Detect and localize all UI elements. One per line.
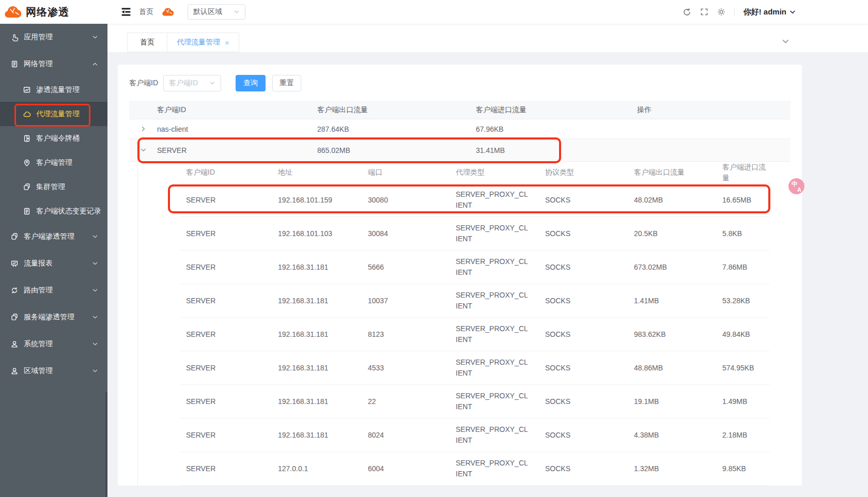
reset-button[interactable]: 重置 — [272, 75, 301, 91]
chevron-down-icon — [92, 341, 98, 347]
sidebar-item-label: 区域管理 — [24, 366, 92, 376]
refresh-icon[interactable] — [683, 8, 691, 17]
sidebar-subitem-label: 客户端令牌桶 — [36, 134, 80, 143]
translate-button[interactable]: 中 A — [788, 178, 804, 194]
cell-in: 16.65MB — [716, 195, 770, 206]
cell-protocol: SOCKS — [539, 262, 628, 273]
cell-protocol: SOCKS — [539, 463, 628, 474]
sidebar-scrollbar-thumb[interactable] — [105, 392, 107, 497]
cell-out-traffic: 865.02MB — [313, 146, 472, 154]
nested-table-row: SERVER192.168.31.1818024SERVER_PROXY_CLI… — [180, 418, 770, 452]
cell-proxy-type: SERVER_PROXY_CLIENT — [450, 458, 539, 479]
menu-fold-icon[interactable] — [121, 7, 131, 17]
chevron-down-icon — [92, 368, 98, 374]
sidebar-subitem[interactable]: 渗透流量管理 — [0, 77, 107, 102]
cell-in: 2.18MB — [716, 430, 770, 441]
cell-client-id: SERVER — [180, 396, 272, 407]
sidebar-item-label: 路由管理 — [24, 286, 92, 295]
theme-icon[interactable] — [717, 8, 725, 16]
column-header: 客户端ID — [180, 167, 272, 178]
user-icon — [10, 340, 19, 348]
table-row-nas-client: nas-client 287.64KB 67.96KB — [129, 119, 791, 139]
chevron-down-icon — [209, 80, 215, 86]
sidebar-subitem[interactable]: 客户端管理 — [0, 150, 107, 175]
fullscreen-icon[interactable] — [700, 8, 708, 16]
cell-address: 192.168.31.181 — [272, 396, 362, 407]
cell-address: 192.168.31.181 — [272, 262, 362, 273]
cell-out: 983.62KB — [628, 329, 716, 340]
cell-client-id: SERVER — [180, 430, 272, 441]
sidebar-item-label: 应用管理 — [24, 33, 92, 42]
cell-port: 6004 — [362, 463, 450, 474]
cluster-icon — [23, 183, 31, 191]
sidebar-subitem-label: 渗透流量管理 — [36, 85, 80, 95]
tab-label: 代理流量管理 — [177, 38, 220, 47]
nested-table-row: SERVER127.0.0.16004SERVER_PROXY_CLIENTSO… — [180, 452, 770, 486]
chevron-down-icon — [234, 9, 240, 15]
tab-proxy-traffic[interactable]: 代理流量管理 × — [167, 33, 239, 52]
cell-in: 9.85KB — [716, 463, 770, 474]
chevron-down-icon — [92, 260, 98, 267]
cell-in: 53.28KB — [716, 296, 770, 306]
sidebar-subitem[interactable]: 客户端令牌桶 — [0, 126, 107, 150]
sidebar-subitem[interactable]: 代理流量管理 — [0, 102, 107, 126]
sidebar-item[interactable]: 服务端渗透管理 — [0, 304, 107, 331]
nested-table-row: SERVER192.168.101.10330084SERVER_PROXY_C… — [180, 217, 770, 251]
sidebar-subitem[interactable]: 集群管理 — [0, 175, 107, 199]
client-id-select[interactable]: 客户端ID — [163, 75, 221, 91]
tab-home[interactable]: 首页 — [127, 33, 167, 52]
sidebar-item[interactable]: 流量报表 — [0, 250, 107, 277]
sidebar: 网络渗透 应用管理网络管理渗透流量管理代理流量管理客户端令牌桶客户端管理集群管理… — [0, 0, 107, 497]
query-button[interactable]: 查询 — [236, 75, 266, 91]
sidebar-item[interactable]: 客户端渗透管理 — [0, 223, 107, 250]
cell-proxy-type: SERVER_PROXY_CLIENT — [450, 357, 539, 379]
client-traffic-table: 客户端ID 客户端出口流量 客户端进口流量 操作 nas-client 287.… — [129, 101, 791, 162]
cell-address: 192.168.101.103 — [272, 228, 362, 239]
expand-chevron-right-icon[interactable] — [129, 126, 153, 132]
cell-client-id: SERVER — [180, 195, 272, 206]
sidebar-subitem-label: 集群管理 — [36, 182, 65, 192]
route-icon — [10, 286, 19, 294]
cell-in-traffic: 67.96KB — [472, 125, 633, 133]
breadcrumb-home[interactable]: 首页 — [139, 7, 153, 17]
cell-out: 1.41MB — [628, 296, 716, 306]
cluster-icon — [10, 313, 19, 321]
cell-in: 5.8KB — [716, 228, 770, 239]
server-detail-table: 客户端ID 地址 端口 代理类型 协议类型 客户端出口流量 客户端进口流量 SE… — [180, 162, 770, 486]
cell-protocol: SOCKS — [539, 228, 628, 239]
cell-out: 48.86MB — [628, 363, 716, 374]
sidebar-subitem[interactable]: 客户端状态变更记录 — [0, 199, 107, 223]
nested-table-row: SERVER192.168.31.1814533SERVER_PROXY_CLI… — [180, 351, 770, 385]
cell-port: 5666 — [362, 262, 450, 273]
cell-address: 192.168.31.181 — [272, 430, 362, 441]
tab-label: 首页 — [140, 38, 154, 47]
token-bucket-icon — [23, 134, 31, 143]
collapse-chevron-down-icon[interactable] — [129, 147, 153, 153]
tabs: 首页 代理流量管理 × — [127, 33, 239, 52]
user-icon — [10, 367, 19, 375]
cell-port: 8024 — [362, 430, 450, 441]
close-icon[interactable]: × — [225, 39, 229, 46]
sidebar-item[interactable]: 网络管理 — [0, 51, 107, 77]
region-select[interactable]: 默认区域 — [188, 4, 245, 20]
document-icon — [10, 60, 19, 68]
cell-client-id: SERVER — [180, 329, 272, 340]
cell-port: 10037 — [362, 296, 450, 306]
column-header: 客户端进口流量 — [472, 105, 633, 115]
sidebar-item[interactable]: 应用管理 — [0, 24, 107, 51]
cell-in: 49.84KB — [716, 329, 770, 340]
nested-table-row: SERVER192.168.101.15930080SERVER_PROXY_C… — [180, 183, 770, 217]
sidebar-item[interactable]: 系统管理 — [0, 331, 107, 358]
cell-proxy-type: SERVER_PROXY_CLIENT — [450, 290, 539, 312]
cell-in-traffic: 31.41MB — [472, 146, 633, 154]
user-dropdown[interactable]: 你好! admin — [743, 7, 796, 17]
tab-list-chevron-icon[interactable] — [782, 38, 789, 45]
cell-proxy-type: SERVER_PROXY_CLIENT — [450, 189, 539, 211]
sidebar-item[interactable]: 路由管理 — [0, 277, 107, 304]
sidebar-item[interactable]: 区域管理 — [0, 358, 107, 384]
cloud-icon — [161, 7, 175, 17]
cell-client-id: nas-client — [153, 125, 313, 133]
tabstrip: 首页 代理流量管理 × — [107, 24, 868, 52]
cell-protocol: SOCKS — [539, 296, 628, 306]
cell-client-id: SERVER — [180, 363, 272, 374]
